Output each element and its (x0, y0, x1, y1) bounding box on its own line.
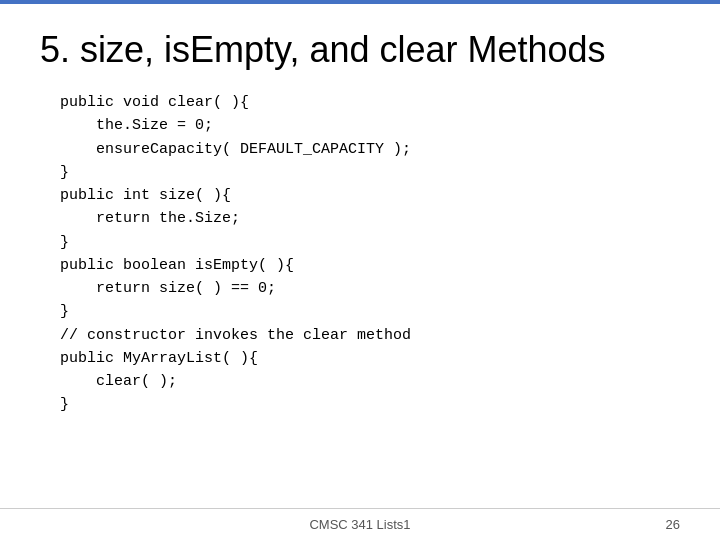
code-line-10: } (60, 300, 680, 323)
code-line-14: } (60, 393, 680, 416)
footer-center-text: CMSC 341 Lists1 (309, 517, 410, 532)
code-line-5: public int size( ){ (60, 184, 680, 207)
code-line-13: clear( ); (60, 370, 680, 393)
code-line-6: return the.Size; (60, 207, 680, 230)
code-line-2: the.Size = 0; (60, 114, 680, 137)
footer-page-number: 26 (666, 517, 680, 532)
code-line-11: // constructor invokes the clear method (60, 324, 680, 347)
code-line-1: public void clear( ){ (60, 91, 680, 114)
code-line-7: } (60, 231, 680, 254)
code-block: public void clear( ){ the.Size = 0; ensu… (60, 91, 680, 417)
footer: CMSC 341 Lists1 26 (0, 508, 720, 540)
code-line-12: public MyArrayList( ){ (60, 347, 680, 370)
slide-title: 5. size, isEmpty, and clear Methods (40, 28, 680, 71)
code-line-8: public boolean isEmpty( ){ (60, 254, 680, 277)
slide: 5. size, isEmpty, and clear Methods publ… (0, 0, 720, 540)
slide-content: 5. size, isEmpty, and clear Methods publ… (0, 4, 720, 508)
code-line-3: ensureCapacity( DEFAULT_CAPACITY ); (60, 138, 680, 161)
code-line-4: } (60, 161, 680, 184)
code-line-9: return size( ) == 0; (60, 277, 680, 300)
